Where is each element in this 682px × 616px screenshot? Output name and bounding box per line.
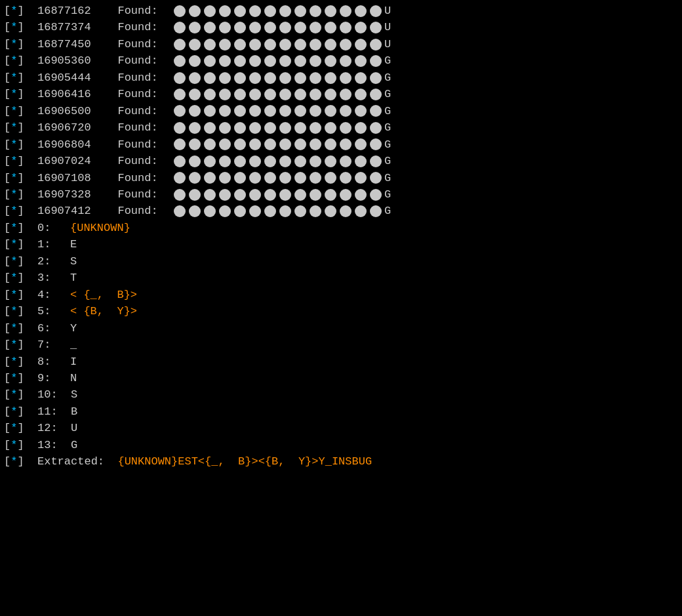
- index-number: 7:: [24, 337, 57, 352]
- dot: [310, 172, 321, 184]
- dot: [174, 22, 186, 33]
- index-number: 1:: [24, 237, 57, 252]
- dot: [355, 155, 367, 167]
- dot: [174, 189, 186, 201]
- dot: [249, 72, 261, 84]
- dot-row: [174, 155, 382, 167]
- dot: [294, 189, 306, 201]
- dot: [174, 105, 186, 117]
- dot: [174, 5, 186, 17]
- dot: [264, 39, 276, 51]
- index-value: S: [57, 254, 77, 269]
- index-value: G: [58, 438, 78, 453]
- found-label: Found:: [91, 87, 171, 102]
- address: 16907328: [24, 187, 91, 202]
- dot: [264, 105, 276, 117]
- dot: [294, 72, 306, 84]
- dot: [204, 205, 216, 217]
- dot: [355, 205, 367, 217]
- dot: [279, 172, 291, 184]
- dot: [310, 189, 321, 201]
- suffix-label: G: [384, 154, 391, 169]
- dot: [279, 22, 291, 33]
- dot: [310, 5, 321, 17]
- dot: [249, 172, 261, 184]
- found-label: Found:: [91, 203, 171, 218]
- dot: [310, 55, 321, 67]
- dot-row: [174, 72, 382, 84]
- dot: [204, 105, 216, 117]
- dot-row: [174, 138, 382, 150]
- dot: [279, 189, 291, 201]
- index-value: {UNKNOWN}: [57, 220, 130, 236]
- dot: [325, 5, 336, 17]
- dot: [264, 172, 276, 184]
- dot: [204, 22, 216, 33]
- dot: [204, 55, 216, 67]
- dot: [264, 55, 276, 67]
- dot: [204, 39, 216, 51]
- index-row: [*] 1: E: [0, 236, 682, 253]
- extracted-value: {UNKNOWN}EST<{_, B}><{B, Y}>Y_INSBUG: [117, 454, 372, 469]
- dot: [189, 189, 201, 201]
- dot: [279, 5, 291, 17]
- dot: [370, 138, 382, 150]
- extracted-line: [*] Extracted: {UNKNOWN}EST<{_, B}><{B, …: [0, 453, 682, 470]
- found-row: [*] 16907328 Found: G: [0, 186, 682, 203]
- suffix-label: U: [384, 20, 391, 35]
- suffix-label: G: [384, 137, 391, 152]
- found-row: [*] 16906416 Found: G: [0, 86, 682, 102]
- dot: [249, 5, 261, 17]
- dot: [294, 205, 306, 217]
- suffix-label: G: [384, 87, 391, 102]
- dot: [279, 39, 291, 51]
- dot: [219, 72, 231, 84]
- dot: [174, 55, 186, 67]
- dot: [325, 189, 336, 201]
- dot: [370, 89, 382, 100]
- dot: [234, 189, 246, 201]
- dot: [234, 5, 246, 17]
- index-number: 0:: [24, 220, 57, 236]
- index-row: [*] 12: U: [0, 420, 682, 436]
- dot: [264, 122, 276, 134]
- dot: [355, 89, 367, 100]
- dot: [294, 172, 306, 184]
- dot: [234, 205, 246, 217]
- dot: [325, 39, 336, 51]
- dot: [249, 39, 261, 51]
- dot: [219, 155, 231, 167]
- dot: [325, 138, 336, 150]
- index-number: 9:: [24, 371, 57, 386]
- dot: [340, 122, 351, 134]
- found-row: [*] 16877162 Found: U: [0, 3, 682, 19]
- dot: [204, 89, 216, 100]
- dot: [264, 72, 276, 84]
- dot: [249, 189, 261, 201]
- dot: [310, 138, 321, 150]
- dot: [219, 122, 231, 134]
- index-row: [*] 3: T: [0, 270, 682, 286]
- dot: [279, 122, 291, 134]
- found-label: Found:: [91, 187, 171, 202]
- dot: [310, 72, 321, 84]
- index-value: S: [58, 387, 78, 402]
- dot: [189, 105, 201, 117]
- index-number: 6:: [24, 321, 57, 336]
- found-row: [*] 16906720 Found: G: [0, 119, 682, 136]
- dot: [370, 72, 382, 84]
- dot-row: [174, 22, 382, 33]
- found-row: [*] 16906500 Found: G: [0, 103, 682, 119]
- dot-row: [174, 105, 382, 117]
- dot: [370, 189, 382, 201]
- dot: [189, 55, 201, 67]
- dot: [234, 89, 246, 100]
- dot: [294, 5, 306, 17]
- dot: [310, 122, 321, 134]
- index-row: [*] 10: S: [0, 386, 682, 403]
- dot: [355, 39, 367, 51]
- index-value: U: [58, 421, 78, 436]
- dot: [370, 172, 382, 184]
- dot: [294, 22, 306, 33]
- dot: [189, 155, 201, 167]
